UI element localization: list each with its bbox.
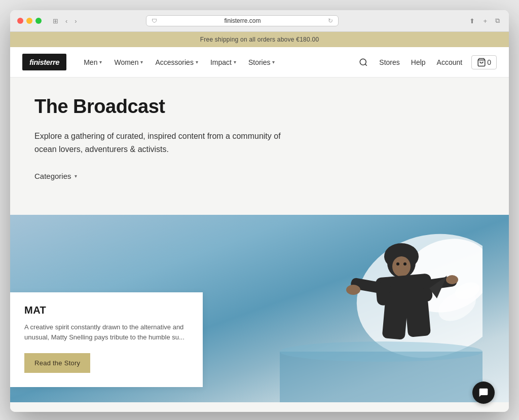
chat-button[interactable] bbox=[472, 381, 495, 404]
nav-impact[interactable]: Impact ▾ bbox=[205, 55, 241, 69]
browser-controls: ⊞ ‹ › bbox=[51, 16, 79, 26]
story-card-description: A creative spirit constantly drawn to th… bbox=[24, 322, 189, 343]
svg-point-0 bbox=[360, 59, 366, 65]
search-button[interactable] bbox=[357, 56, 370, 69]
minimize-button[interactable] bbox=[26, 18, 32, 24]
nav-men[interactable]: Men ▾ bbox=[79, 55, 107, 69]
svg-rect-15 bbox=[382, 297, 409, 340]
page-title: The Broadcast bbox=[34, 96, 485, 118]
new-tab-button[interactable]: + bbox=[481, 16, 489, 26]
browser-action-buttons: ⬆ + ⧉ bbox=[467, 16, 502, 26]
surfer-illustration bbox=[280, 215, 483, 402]
sidebar-toggle-button[interactable]: ⊞ bbox=[51, 16, 60, 26]
chevron-down-icon: ▾ bbox=[272, 59, 275, 65]
announcement-bar: Free shipping on all orders above €180.0… bbox=[10, 32, 509, 47]
svg-rect-16 bbox=[405, 297, 431, 337]
browser-titlebar: ⊞ ‹ › 🛡 finisterre.com ↻ ⬆ + ⧉ bbox=[10, 10, 509, 32]
logo[interactable]: finisterre bbox=[22, 54, 66, 70]
chevron-down-icon: ▾ bbox=[140, 59, 143, 65]
read-story-button[interactable]: Read the Story bbox=[24, 353, 90, 373]
forward-button[interactable]: › bbox=[72, 16, 79, 26]
announcement-text: Free shipping on all orders above €180.0… bbox=[200, 36, 319, 43]
address-bar[interactable]: 🛡 finisterre.com ↻ bbox=[146, 15, 339, 26]
main-content: The Broadcast Explore a gathering of cur… bbox=[10, 78, 509, 215]
story-card-title: MAT bbox=[24, 304, 189, 316]
svg-point-13 bbox=[346, 285, 360, 295]
cart-button[interactable]: 0 bbox=[471, 55, 497, 69]
nav-women[interactable]: Women ▾ bbox=[109, 55, 148, 69]
chevron-down-icon: ▾ bbox=[196, 59, 198, 65]
page-content: Free shipping on all orders above €180.0… bbox=[10, 32, 509, 412]
site-header: finisterre Men ▾ Women ▾ Accessories ▾ I… bbox=[10, 47, 509, 78]
share-button[interactable]: ⬆ bbox=[467, 16, 477, 26]
svg-point-14 bbox=[446, 275, 458, 284]
back-button[interactable]: ‹ bbox=[63, 16, 69, 26]
categories-button[interactable]: Categories ▾ bbox=[34, 172, 77, 180]
account-button[interactable]: Account bbox=[435, 56, 465, 68]
svg-point-8 bbox=[396, 262, 399, 265]
tabs-button[interactable]: ⧉ bbox=[493, 16, 502, 26]
nav-accessories[interactable]: Accessories ▾ bbox=[150, 55, 203, 69]
svg-line-1 bbox=[365, 64, 367, 65]
svg-point-7 bbox=[392, 256, 411, 277]
hero-section: MAT A creative spirit constantly drawn t… bbox=[10, 215, 509, 402]
hero-image: MAT A creative spirit constantly drawn t… bbox=[10, 215, 509, 402]
main-nav: Men ▾ Women ▾ Accessories ▾ Impact ▾ Sto… bbox=[79, 55, 357, 69]
nav-stories[interactable]: Stories ▾ bbox=[243, 55, 280, 69]
story-card: MAT A creative spirit constantly drawn t… bbox=[10, 292, 203, 388]
page-description: Explore a gathering of curated, inspired… bbox=[34, 130, 298, 156]
chevron-down-icon: ▾ bbox=[99, 59, 102, 65]
stores-button[interactable]: Stores bbox=[377, 56, 401, 68]
chevron-down-icon: ▾ bbox=[234, 59, 236, 65]
close-button[interactable] bbox=[17, 18, 23, 24]
help-button[interactable]: Help bbox=[409, 56, 428, 68]
chevron-down-icon: ▾ bbox=[75, 173, 77, 179]
nav-actions: Stores Help Account 0 bbox=[357, 55, 497, 69]
refresh-icon[interactable]: ↻ bbox=[328, 17, 333, 24]
traffic-lights bbox=[17, 18, 42, 24]
browser-window: ⊞ ‹ › 🛡 finisterre.com ↻ ⬆ + ⧉ Free ship… bbox=[10, 10, 509, 412]
svg-point-9 bbox=[403, 262, 406, 265]
cart-count: 0 bbox=[487, 58, 491, 66]
url-display: finisterre.com bbox=[160, 17, 325, 24]
maximize-button[interactable] bbox=[35, 18, 42, 24]
svg-point-18 bbox=[280, 341, 483, 362]
security-icon: 🛡 bbox=[152, 18, 157, 24]
